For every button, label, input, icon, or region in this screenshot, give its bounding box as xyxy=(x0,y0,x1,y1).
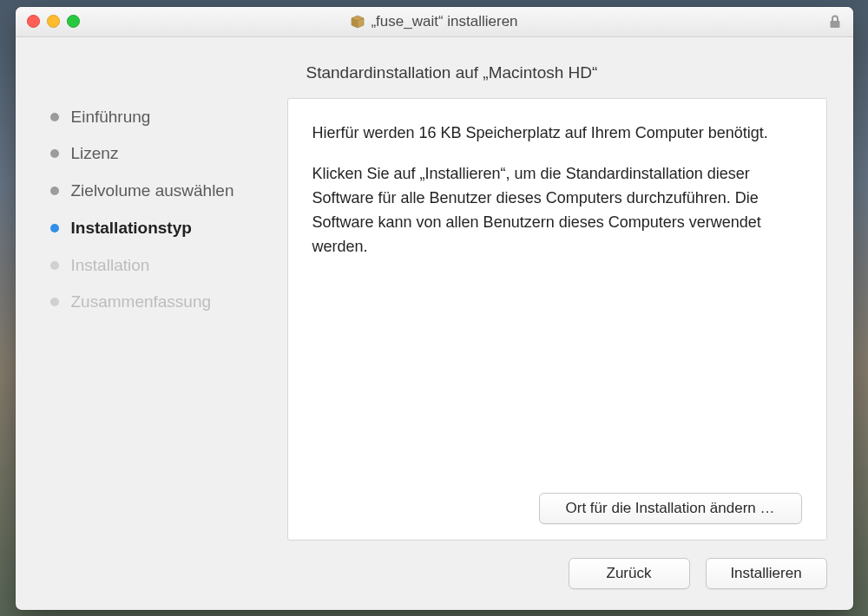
step-license: Lizenz xyxy=(50,143,263,164)
window-body: Standardinstallation auf „Macintosh HD“ … xyxy=(16,37,853,610)
titlebar: „fuse_wait“ installieren xyxy=(16,7,853,37)
step-installation-type: Installationstyp xyxy=(50,218,263,239)
step-introduction: Einführung xyxy=(50,107,263,128)
steps-sidebar: Einführung Lizenz Zielvolume auswählen I… xyxy=(42,98,263,541)
step-label: Einführung xyxy=(71,107,151,128)
step-label: Zielvolume auswählen xyxy=(71,180,234,201)
content-pane: Hierfür werden 16 KB Speicherplatz auf I… xyxy=(287,98,827,541)
change-install-location-button[interactable]: Ort für die Installation ändern … xyxy=(539,493,802,524)
step-label: Zusammenfassung xyxy=(71,292,212,312)
bullet-icon xyxy=(50,298,59,306)
bullet-icon xyxy=(50,113,59,121)
back-button[interactable]: Zurück xyxy=(569,558,690,589)
space-requirement-text: Hierfür werden 16 KB Speicherplatz auf I… xyxy=(312,121,802,146)
package-icon xyxy=(350,14,365,29)
install-button[interactable]: Installieren xyxy=(706,558,827,589)
zoom-window-button[interactable] xyxy=(67,15,80,28)
lock-icon[interactable] xyxy=(828,14,842,29)
installation-description: Hierfür werden 16 KB Speicherplatz auf I… xyxy=(312,121,802,493)
step-summary: Zusammenfassung xyxy=(50,292,263,312)
step-label: Installation xyxy=(71,255,150,276)
window-title-text: „fuse_wait“ installieren xyxy=(371,13,517,30)
page-title: Standardinstallation auf „Macintosh HD“ xyxy=(42,63,827,82)
close-window-button[interactable] xyxy=(27,15,40,28)
footer-buttons: Zurück Installieren xyxy=(42,541,827,589)
installer-window: „fuse_wait“ installieren Standardinstall… xyxy=(16,7,853,610)
step-label: Lizenz xyxy=(71,143,119,164)
bullet-icon xyxy=(50,149,59,158)
svg-rect-0 xyxy=(830,21,839,28)
traffic-lights xyxy=(16,15,80,28)
minimize-window-button[interactable] xyxy=(47,15,60,28)
main-content-row: Einführung Lizenz Zielvolume auswählen I… xyxy=(42,98,827,541)
content-bottom-row: Ort für die Installation ändern … xyxy=(312,493,802,524)
step-label: Installationstyp xyxy=(71,218,192,239)
bullet-icon xyxy=(50,224,59,233)
step-installation: Installation xyxy=(50,255,263,276)
bullet-icon xyxy=(50,261,59,270)
step-destination: Zielvolume auswählen xyxy=(50,180,263,201)
installation-instruction-text: Klicken Sie auf „Installieren“, um die S… xyxy=(312,162,802,259)
bullet-icon xyxy=(50,187,59,195)
window-title: „fuse_wait“ installieren xyxy=(16,13,853,30)
